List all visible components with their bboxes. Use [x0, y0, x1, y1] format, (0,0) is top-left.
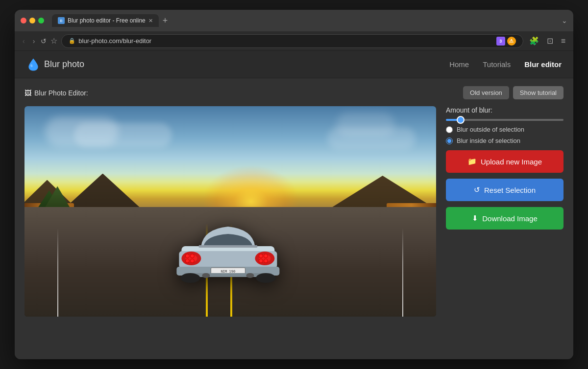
address-bar: ‹ › ↺ ☆ 🔒 blur-photo.com/blur-editor 3 ⚠… [15, 31, 573, 51]
header-buttons: Old version Show tutorial [463, 86, 564, 99]
close-traffic-light[interactable] [21, 18, 26, 23]
blur-amount-slider[interactable] [446, 119, 564, 121]
shield-badge: 3 ⚠ [496, 37, 516, 46]
download-icon: ⬇ [472, 214, 478, 223]
svg-text:NIM 190: NIM 190 [221, 270, 236, 274]
lock-icon: 🔒 [69, 38, 75, 44]
svg-point-21 [246, 273, 254, 278]
app-header: Blur photo Home Tutorials Blur editor [15, 51, 573, 78]
blur-amount-section: Amount of blur: Blur outside of selectio… [446, 106, 564, 144]
reset-button-label: Reset Selection [484, 186, 536, 194]
blur-outside-radio[interactable] [446, 126, 453, 133]
svg-point-23 [256, 273, 275, 283]
editor-title-text: Blur Photo Editor: [34, 89, 88, 97]
bookmark-button[interactable]: ☆ [50, 36, 57, 46]
upload-new-image-button[interactable]: 📁 Upload new Image [446, 150, 564, 173]
water-drop-logo [26, 58, 40, 71]
upload-button-label: Upload new Image [481, 158, 542, 166]
svg-point-22 [180, 273, 200, 283]
svg-rect-18 [198, 245, 257, 248]
maximize-traffic-light[interactable] [38, 18, 44, 23]
refresh-button[interactable]: ↺ [41, 37, 47, 45]
svg-point-16 [259, 259, 263, 263]
editor-icon: 🖼 [24, 89, 31, 97]
blur-mode-radio-group: Blur outside of selection Blur inside of… [446, 126, 564, 144]
sidebar-button[interactable]: ⊡ [545, 35, 555, 46]
svg-point-17 [264, 259, 268, 263]
svg-point-20 [202, 273, 210, 278]
show-tutorial-button[interactable]: Show tutorial [513, 86, 564, 99]
tab-close-button[interactable]: ✕ [148, 18, 153, 24]
nav-blur-editor[interactable]: Blur editor [524, 60, 562, 69]
window-controls: ⌄ [562, 17, 567, 24]
editor-area: NIM 190 [24, 106, 564, 317]
new-tab-button[interactable]: + [161, 16, 170, 26]
tab-favicon: B [58, 17, 65, 24]
app-name: Blur photo [44, 59, 84, 69]
title-bar: B Blur photo editor - Free online ✕ + ⌄ [15, 10, 573, 31]
svg-point-10 [185, 259, 189, 263]
blur-inside-label: Blur inside of selection [457, 137, 520, 144]
main-content: 🖼 Blur Photo Editor: Old version Show tu… [15, 78, 573, 359]
address-input-bar[interactable]: 🔒 blur-photo.com/blur-editor 3 ⚠ [61, 34, 523, 48]
nav-home[interactable]: Home [449, 60, 469, 69]
svg-point-9 [190, 254, 194, 258]
minimize-traffic-light[interactable] [29, 18, 35, 23]
traffic-lights [21, 18, 44, 23]
browser-tab[interactable]: B Blur photo editor - Free online ✕ [52, 14, 159, 27]
url-text: blur-photo.com/blur-editor [78, 37, 151, 45]
extensions-button[interactable]: 🧩 [527, 35, 541, 46]
tab-bar: B Blur photo editor - Free online ✕ + [52, 14, 558, 27]
app-nav: Home Tutorials Blur editor [449, 60, 562, 69]
brave-shield-icon[interactable]: 3 [496, 37, 505, 46]
forward-button[interactable]: › [31, 36, 37, 46]
browser-window: B Blur photo editor - Free online ✕ + ⌄ … [15, 10, 573, 359]
app-logo: Blur photo [26, 58, 84, 71]
warning-icon[interactable]: ⚠ [507, 37, 516, 46]
svg-point-8 [185, 254, 189, 258]
editor-title: 🖼 Blur Photo Editor: [24, 89, 88, 97]
back-button[interactable]: ‹ [21, 36, 27, 46]
blur-inside-radio[interactable] [446, 138, 453, 144]
svg-point-11 [190, 259, 194, 263]
image-canvas[interactable]: NIM 190 [24, 106, 436, 317]
download-image-button[interactable]: ⬇ Download Image [446, 207, 564, 230]
blur-outside-label: Blur outside of selection [457, 126, 524, 133]
reset-icon: ↺ [474, 185, 480, 194]
tab-title: Blur photo editor - Free online [68, 17, 146, 24]
blur-outside-option[interactable]: Blur outside of selection [446, 126, 564, 133]
blur-inside-option[interactable]: Blur inside of selection [446, 137, 564, 144]
upload-icon: 📁 [467, 157, 477, 166]
controls-sidebar: Amount of blur: Blur outside of selectio… [446, 106, 564, 317]
blur-amount-label: Amount of blur: [446, 106, 564, 114]
reset-selection-button[interactable]: ↺ Reset Selection [446, 179, 564, 201]
old-version-button[interactable]: Old version [463, 86, 509, 99]
svg-point-14 [259, 254, 263, 258]
download-button-label: Download Image [482, 214, 538, 223]
nav-tutorials[interactable]: Tutorials [483, 60, 511, 69]
editor-header: 🖼 Blur Photo Editor: Old version Show tu… [24, 86, 564, 99]
menu-button[interactable]: ≡ [559, 36, 567, 46]
svg-point-15 [264, 254, 268, 258]
